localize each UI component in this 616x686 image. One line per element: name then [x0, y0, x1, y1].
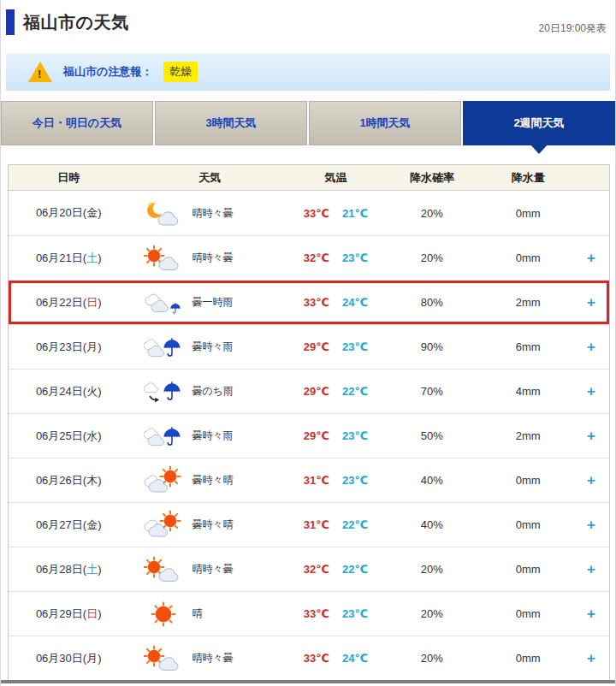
sun-cloud-icon: [144, 555, 183, 584]
precip-probability-cell: 20%: [381, 652, 483, 665]
expand-cell: +: [573, 340, 609, 355]
table-row: 06月22日(日) 曇一時雨 33℃ 24℃ 80% 2mm +: [9, 280, 609, 324]
precip-probability-cell: 40%: [381, 518, 483, 531]
high-temp: 29℃: [304, 385, 329, 398]
temperature-cell: 33℃ 24℃: [291, 652, 381, 665]
expand-row-button[interactable]: +: [587, 429, 595, 443]
tab-today-tomorrow[interactable]: 今日・明日の天気: [1, 101, 153, 145]
expand-row-button[interactable]: +: [587, 340, 595, 354]
tab-bar: 今日・明日の天気3時間天気1時間天気2週間天気: [1, 101, 615, 145]
cloud-arrow-umbrella-icon: [144, 377, 183, 406]
bottom-edge-bar: [1, 680, 615, 683]
weather-label: 曇時々晴: [192, 517, 233, 532]
forecast-table-header: 日時天気気温降水確率降水量: [9, 165, 609, 191]
column-header: 降水確率: [381, 170, 483, 186]
cloud-rain-small-icon: [144, 288, 183, 317]
cloud-sun-icon: [144, 466, 183, 495]
column-header: 気温: [291, 170, 381, 186]
date-cell: 06月25日(水): [9, 429, 128, 444]
published-timestamp: 20日19:00発表: [539, 21, 607, 36]
expand-cell: +: [573, 606, 609, 622]
page-header: 福山市の天気 20日19:00発表: [1, 0, 615, 44]
high-temp: 32℃: [304, 251, 329, 264]
expand-row-button[interactable]: +: [587, 473, 595, 488]
temperature-cell: 29℃ 22℃: [291, 385, 381, 398]
precip-amount-cell: 4mm: [483, 385, 573, 398]
expand-row-button[interactable]: +: [587, 517, 595, 532]
sun-icon: [144, 600, 183, 629]
weather-cell: 曇のち雨: [128, 377, 291, 406]
expand-cell: +: [573, 651, 609, 666]
temperature-cell: 33℃ 24℃: [291, 296, 381, 309]
high-temp: 31℃: [304, 518, 329, 531]
date-cell: 06月20日(金): [9, 205, 128, 221]
low-temp: 24℃: [342, 652, 368, 665]
precip-probability-cell: 40%: [381, 474, 483, 487]
table-row: 06月26日(木) 曇時々晴 31℃ 23℃ 40% 0mm +: [9, 458, 609, 502]
tab-2week[interactable]: 2週間天気: [463, 101, 615, 145]
expand-cell: +: [573, 473, 609, 488]
expand-row-button[interactable]: +: [587, 606, 595, 621]
low-temp: 23℃: [342, 340, 368, 353]
temperature-cell: 33℃ 23℃: [291, 607, 381, 620]
high-temp: 33℃: [304, 607, 329, 620]
temperature-cell: 31℃ 22℃: [291, 518, 381, 531]
day-of-week: 金: [86, 206, 98, 219]
day-of-week: 水: [86, 429, 98, 442]
expand-cell: +: [573, 295, 609, 310]
day-of-week: 日: [86, 607, 98, 620]
weather-label: 曇のち雨: [192, 384, 234, 399]
date-cell: 06月21日(土): [9, 251, 128, 266]
expand-row-button[interactable]: +: [587, 651, 595, 665]
precip-amount-cell: 0mm: [483, 251, 573, 264]
expand-row-button[interactable]: +: [587, 384, 595, 399]
weather-cell: 曇時々晴: [128, 466, 291, 495]
expand-row-button[interactable]: +: [587, 251, 595, 265]
expand-cell: +: [573, 205, 609, 221]
weather-label: 曇時々雨: [192, 429, 233, 443]
tab-1hour[interactable]: 1時間天気: [309, 101, 461, 145]
advisory-label: 福山市の注意報：: [63, 64, 152, 80]
precip-probability-cell: 90%: [381, 340, 483, 353]
low-temp: 23℃: [342, 429, 368, 442]
sun-cloud-icon: [144, 244, 183, 273]
precip-amount-cell: 0mm: [483, 474, 573, 487]
expand-cell: +: [573, 251, 609, 266]
table-row: 06月30日(月) 晴時々曇 33℃ 24℃ 20% 0mm +: [9, 636, 609, 680]
temperature-cell: 33℃ 21℃: [291, 207, 381, 220]
cloud-umbrella-icon: [144, 333, 183, 362]
column-header: 降水量: [483, 170, 573, 186]
expand-row-button[interactable]: +: [587, 562, 595, 577]
temperature-cell: 31℃ 23℃: [291, 474, 381, 487]
weather-cell: 晴時々曇: [128, 198, 291, 228]
weather-label: 曇時々晴: [192, 473, 233, 488]
high-temp: 33℃: [304, 296, 329, 309]
date-cell: 06月28日(土): [9, 562, 128, 577]
tab-label: 今日・明日の天気: [33, 115, 121, 131]
temperature-cell: 29℃ 23℃: [291, 429, 381, 442]
table-row: 06月24日(火) 曇のち雨 29℃ 22℃ 70% 4mm +: [9, 369, 609, 413]
tab-3hour[interactable]: 3時間天気: [155, 101, 307, 145]
page-title: 福山市の天気: [23, 11, 128, 34]
low-temp: 23℃: [342, 607, 368, 620]
moon-cloud-icon: [144, 198, 183, 228]
weather-label: 晴時々曇: [192, 562, 233, 577]
expand-cell: +: [573, 429, 609, 444]
low-temp: 22℃: [342, 385, 368, 398]
expand-row-button[interactable]: +: [587, 295, 595, 310]
low-temp: 24℃: [342, 296, 368, 309]
weather-cell: 晴時々曇: [128, 244, 291, 273]
precip-probability-cell: 80%: [381, 296, 483, 309]
cloud-umbrella-icon: [144, 422, 183, 451]
table-row: 06月21日(土) 晴時々曇 32℃ 23℃ 20% 0mm +: [9, 235, 609, 280]
precip-amount-cell: 2mm: [483, 429, 573, 442]
precip-probability-cell: 20%: [381, 563, 483, 576]
table-row: 06月27日(金) 曇時々晴 31℃ 22℃ 40% 0mm +: [9, 502, 609, 547]
day-of-week: 火: [86, 385, 98, 398]
day-of-week: 月: [86, 340, 98, 353]
day-of-week: 土: [86, 251, 98, 264]
precip-amount-cell: 0mm: [483, 652, 573, 665]
expand-cell: +: [573, 384, 609, 399]
advisory-value-badge[interactable]: 乾燥: [163, 62, 198, 82]
high-temp: 33℃: [304, 207, 329, 220]
